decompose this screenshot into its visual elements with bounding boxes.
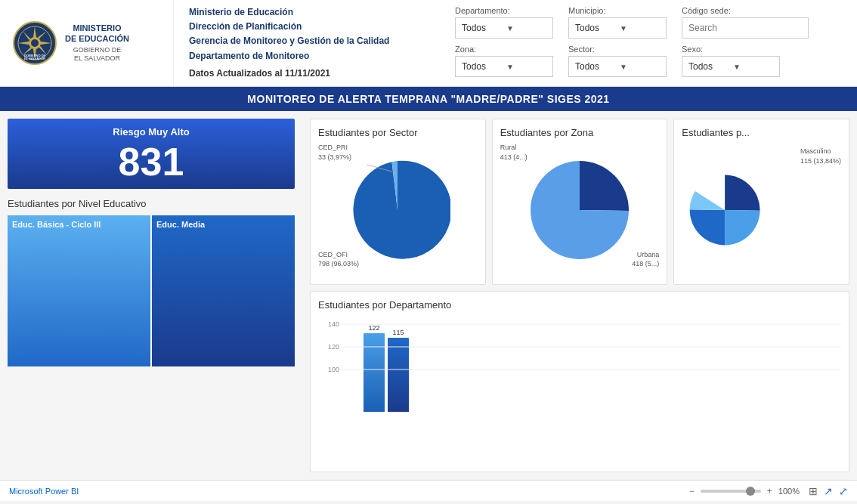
- ministry-emblem: GOBIERNO DE EL SALVADOR: [12, 20, 57, 66]
- sector-filter: Sector: Todos ▼: [568, 45, 667, 77]
- sexo-value: Todos: [688, 61, 729, 72]
- header: GOBIERNO DE EL SALVADOR MINISTERIO DE ED…: [0, 0, 857, 87]
- sector-label: Sector:: [568, 45, 667, 54]
- risk-title: Riesgo Muy Alto: [15, 126, 287, 138]
- main-banner: MONITOREO DE ALERTA TEMPRANA "MADRE/PADR…: [0, 87, 857, 111]
- zoom-plus-button[interactable]: +: [767, 486, 772, 496]
- sector-value: Todos: [575, 61, 615, 72]
- municipio-value: Todos: [575, 23, 615, 33]
- right-panel: Estudiantes por Sector CED_PRI33 (3,97%)…: [302, 111, 857, 480]
- main-content: Riesgo Muy Alto 831 Estudiantes por Nive…: [0, 111, 857, 480]
- zoom-slider[interactable]: [701, 490, 761, 493]
- chevron-down-icon: ▼: [506, 24, 546, 32]
- charts-top-row: Estudiantes por Sector CED_PRI33 (3,97%)…: [310, 119, 849, 285]
- update-date: Datos Actualizados al 11/11/2021: [189, 66, 431, 81]
- municipio-filter: Municipio: Todos ▼: [568, 6, 667, 39]
- expand-icon[interactable]: ⊞: [809, 485, 818, 497]
- chart-sector-title: Estudiantes por Sector: [318, 127, 478, 138]
- left-panel: Riesgo Muy Alto 831 Estudiantes por Nive…: [0, 111, 302, 480]
- share-icon[interactable]: ↗: [824, 485, 833, 497]
- codigo-label: Código sede:: [682, 6, 809, 15]
- ced-ofi-label: CED_OFI798 (96,03%): [318, 250, 359, 269]
- departamento-value: Todos: [462, 23, 502, 33]
- title-line3: Gerencia de Monitoreo y Gestión de la Ca…: [189, 34, 431, 48]
- footer: Microsoft Power BI − + 100% ⊞ ↗ ⤢: [0, 480, 857, 501]
- rural-label: Rural413 (4...): [500, 143, 528, 162]
- logo-text: MINISTERIO DE EDUCACIÓN GOBIERNO DEEL SA…: [65, 23, 129, 63]
- departamento-label: Departamento:: [455, 6, 553, 15]
- zona-select[interactable]: Todos ▼: [455, 56, 553, 77]
- edu-nivel-section: Estudiantes por Nivel Educativo Educ. Bá…: [8, 198, 295, 366]
- zona-filter: Zona: Todos ▼: [455, 45, 553, 77]
- title-line1: Ministerio de Educación: [189, 5, 431, 20]
- svg-text:100: 100: [328, 366, 339, 373]
- gov-name: GOBIERNO DEEL SALVADOR: [73, 46, 122, 63]
- municipio-select[interactable]: Todos ▼: [568, 17, 667, 39]
- edu-bar-media-label: Educ. Media: [156, 220, 205, 229]
- ministry-name: MINISTERIO: [73, 23, 121, 33]
- chart-zona: Estudiantes por Zona Rural413 (4...) Urb…: [492, 119, 668, 285]
- sexo-select[interactable]: Todos ▼: [682, 56, 780, 77]
- fullscreen-icon[interactable]: ⤢: [839, 485, 848, 497]
- zona-value: Todos: [462, 61, 502, 72]
- sexo-label: Sexo:: [682, 45, 780, 54]
- svg-text:120: 120: [328, 343, 339, 351]
- powerbi-link[interactable]: Microsoft Power BI: [9, 487, 79, 496]
- chart-zona-title: Estudiantes por Zona: [500, 127, 660, 138]
- departamento-select[interactable]: Todos ▼: [455, 17, 553, 39]
- edu-bar-media: Educ. Media: [152, 215, 295, 366]
- sexo-pie-partial: [682, 153, 757, 267]
- filters-row2: Zona: Todos ▼ Sector: Todos ▼ Sexo: Todo…: [455, 45, 787, 77]
- chevron-down-icon5: ▼: [733, 63, 773, 71]
- sexo-chart-container: Masculino115 (13,84%): [682, 143, 841, 277]
- zona-pie-container: Rural413 (4...) Urbana418 (5...): [500, 143, 660, 277]
- masculino-label: Masculino115 (13,84%): [800, 147, 841, 165]
- chevron-down-icon2: ▼: [620, 24, 660, 32]
- sector-pie-container: CED_PRI33 (3,97%) CED_OFI798 (96,03%): [318, 143, 478, 277]
- edu-nivel-title: Estudiantes por Nivel Educativo: [8, 198, 295, 209]
- zoom-minus-button[interactable]: −: [689, 486, 695, 496]
- edu-bars: Educ. Básica - Ciclo III Educ. Media: [8, 215, 295, 366]
- departamento-filter: Departamento: Todos ▼: [455, 6, 553, 39]
- zoom-percent: 100%: [778, 487, 800, 496]
- edu-bar-basic: Educ. Básica - Ciclo III: [8, 215, 150, 366]
- svg-text:EL SALVADOR: EL SALVADOR: [24, 57, 45, 60]
- depto-y-axis: 140 120 100: [318, 315, 841, 428]
- svg-point-11: [31, 39, 39, 47]
- zona-label: Zona:: [455, 45, 553, 54]
- sector-pie-chart: [345, 153, 450, 267]
- chevron-down-icon3: ▼: [506, 63, 546, 71]
- filters-section: Departamento: Todos ▼ Municipio: Todos ▼…: [446, 0, 857, 86]
- municipio-label: Municipio:: [568, 6, 667, 15]
- filters-row1: Departamento: Todos ▼ Municipio: Todos ▼…: [455, 6, 816, 39]
- chart-sector: Estudiantes por Sector CED_PRI33 (3,97%)…: [310, 119, 486, 285]
- zona-pie-chart: [527, 153, 633, 267]
- chart-sexo: Estudiantes p... Masculino115 (13,84%): [673, 119, 849, 285]
- chart-depto: Estudiantes por Departamento 140 120 100…: [310, 291, 849, 472]
- urbana-label: Urbana418 (5...): [632, 250, 659, 269]
- zoom-thumb: [746, 487, 755, 496]
- title-line4: Departamento de Monitoreo: [189, 49, 431, 63]
- risk-number: 831: [15, 142, 287, 181]
- depto-chart-container: 140 120 100 122 115: [318, 315, 841, 428]
- title-section: Ministerio de Educación Dirección de Pla…: [174, 0, 446, 86]
- sector-select[interactable]: Todos ▼: [568, 56, 667, 77]
- logo-section: GOBIERNO DE EL SALVADOR MINISTERIO DE ED…: [0, 0, 174, 86]
- edu-bar-basic-label: Educ. Básica - Ciclo III: [12, 220, 101, 229]
- sexo-filter: Sexo: Todos ▼: [682, 45, 780, 77]
- ced-pri-label: CED_PRI33 (3,97%): [318, 143, 351, 162]
- svg-text:140: 140: [328, 320, 339, 328]
- chart-depto-title: Estudiantes por Departamento: [318, 299, 841, 311]
- search-input[interactable]: [682, 17, 809, 39]
- chevron-down-icon4: ▼: [620, 63, 660, 71]
- chart-sexo-title: Estudiantes p...: [682, 127, 841, 138]
- banner-text: MONITOREO DE ALERTA TEMPRANA "MADRE/PADR…: [247, 93, 609, 105]
- risk-card: Riesgo Muy Alto 831: [8, 119, 295, 189]
- ministry-name2: DE EDUCACIÓN: [65, 33, 129, 44]
- footer-zoom-controls: − + 100% ⊞ ↗ ⤢: [689, 485, 848, 497]
- title-line2: Dirección de Planificación: [189, 20, 431, 34]
- codigo-filter: Código sede:: [682, 6, 809, 39]
